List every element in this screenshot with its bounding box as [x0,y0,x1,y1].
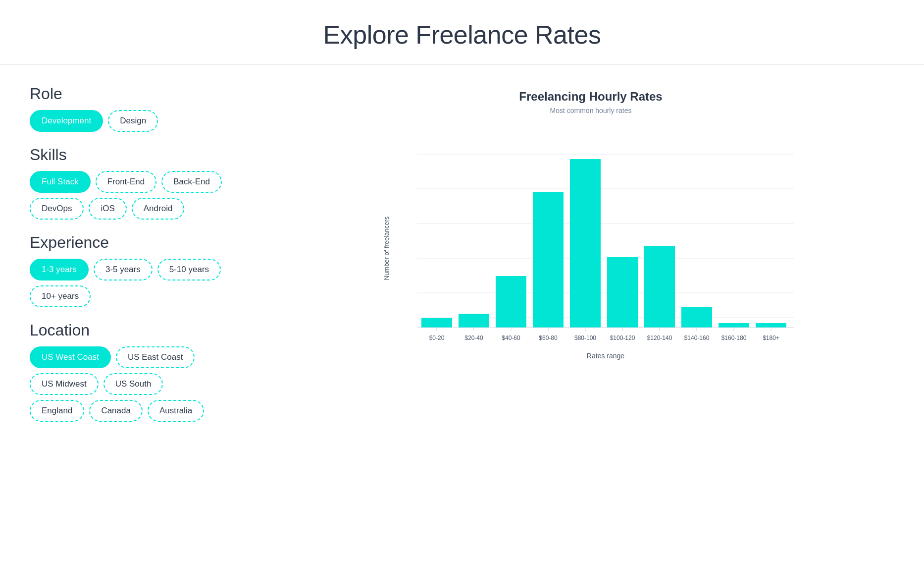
chip-front-end[interactable]: Front-End [96,171,157,193]
location-row-1: US West Coast US East Coast [30,346,257,368]
chip-us-south[interactable]: US South [103,373,163,395]
bar-20-40 [459,314,489,328]
chip-us-east-coast[interactable]: US East Coast [116,346,195,368]
bar-120-140 [644,246,675,328]
chip-back-end[interactable]: Back-End [161,171,222,193]
skills-row-2: DevOps iOS Android [30,198,257,220]
bar-0-20 [421,318,452,328]
skills-row-1: Full Stack Front-End Back-End [30,171,257,193]
svg-text:$40-60: $40-60 [502,335,520,341]
page-title: Explore Freelance Rates [10,20,914,50]
chip-android[interactable]: Android [132,198,185,220]
chip-3-5-years[interactable]: 3-5 years [94,259,153,280]
bar-140-160 [681,307,712,328]
bar-80-100 [570,159,601,328]
svg-text:$60-80: $60-80 [539,335,558,341]
role-section: Role Development Design [30,85,257,132]
chip-10-years[interactable]: 10+ years [30,285,91,307]
location-row-3: England Canada Australia [30,400,257,422]
svg-text:$160-180: $160-180 [721,335,747,341]
skills-section: Skills Full Stack Front-End Back-End Dev… [30,146,257,220]
chip-us-west-coast[interactable]: US West Coast [30,346,111,368]
location-section: Location US West Coast US East Coast US … [30,321,257,422]
experience-section: Experience 1-3 years 3-5 years 5-10 year… [30,233,257,307]
chip-1-3-years[interactable]: 1-3 years [30,259,89,280]
chart-container: Number of freelancers [287,129,894,369]
svg-text:$100-120: $100-120 [610,335,635,341]
chip-full-stack[interactable]: Full Stack [30,171,91,193]
bar-40-60 [496,276,526,328]
skills-label: Skills [30,146,257,164]
svg-text:$140-160: $140-160 [684,335,710,341]
svg-text:$120-140: $120-140 [647,335,672,341]
filters-panel: Role Development Design Skills Full Stac… [30,85,257,436]
page-header: Explore Freelance Rates [0,0,924,65]
bar-160-180 [719,323,749,328]
chip-us-midwest[interactable]: US Midwest [30,373,99,395]
chip-design[interactable]: Design [108,110,158,132]
chart-subtitle: Most common hourly rates [550,107,632,114]
bar-180-plus [756,323,786,328]
experience-row-2: 10+ years [30,285,257,307]
bar-100-120 [607,257,638,328]
svg-text:Number of freelancers: Number of freelancers [383,216,390,280]
svg-text:Rates range: Rates range [587,352,624,360]
location-label: Location [30,321,257,339]
svg-text:$0-20: $0-20 [429,335,445,341]
chip-development[interactable]: Development [30,110,103,132]
chip-ios[interactable]: iOS [89,198,126,220]
chart-panel: Freelancing Hourly Rates Most common hou… [287,85,894,436]
svg-text:$80-100: $80-100 [574,335,596,341]
experience-row-1: 1-3 years 3-5 years 5-10 years [30,259,257,280]
chip-england[interactable]: England [30,400,84,422]
svg-text:$20-40: $20-40 [464,335,483,341]
role-label: Role [30,85,257,103]
chart-title: Freelancing Hourly Rates [519,90,662,104]
chip-devops[interactable]: DevOps [30,198,84,220]
bar-chart: Number of freelancers [287,129,894,367]
bar-60-80 [533,192,564,328]
location-row-2: US Midwest US South [30,373,257,395]
chip-5-10-years[interactable]: 5-10 years [157,259,221,280]
main-content: Role Development Design Skills Full Stac… [0,65,924,455]
svg-text:$180+: $180+ [763,335,779,341]
experience-label: Experience [30,233,257,252]
chip-australia[interactable]: Australia [148,400,204,422]
chip-canada[interactable]: Canada [89,400,143,422]
role-chips: Development Design [30,110,257,132]
